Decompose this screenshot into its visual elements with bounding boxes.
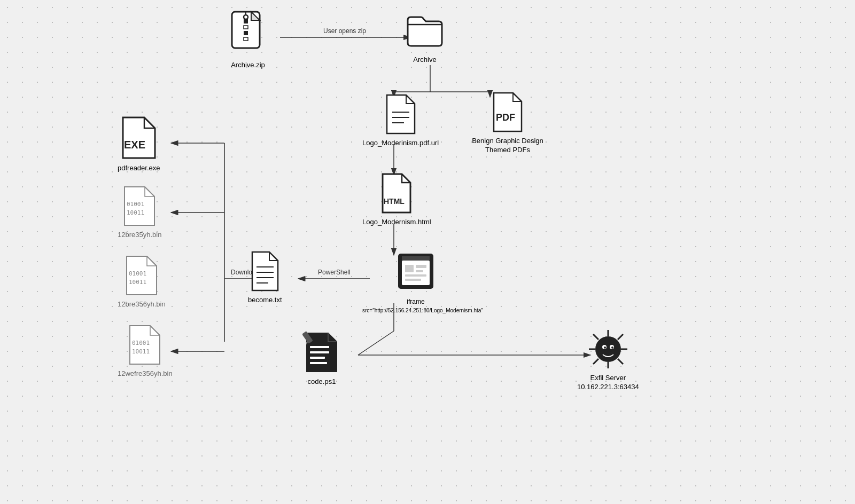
node-code-ps1: code.ps1 bbox=[302, 329, 341, 387]
label-bin3: 12wefre356yh.bin bbox=[118, 369, 173, 379]
svg-rect-53 bbox=[310, 362, 327, 364]
node-benign-pdfs: PDF Benign Graphic Design Themed PDFs bbox=[465, 91, 550, 155]
label-exfil-server: Exfil Server10.162.221.3:63434 bbox=[577, 374, 639, 392]
label-logo-html: Logo_Modernism.html bbox=[362, 218, 431, 227]
svg-rect-23 bbox=[244, 37, 248, 41]
label-code-ps1: code.ps1 bbox=[308, 377, 336, 387]
svg-text:HTML: HTML bbox=[384, 197, 405, 206]
node-iframe: iframesrc="http://52.156.24.251:80/Logo_… bbox=[362, 252, 469, 314]
svg-line-63 bbox=[618, 334, 623, 340]
svg-rect-32 bbox=[402, 261, 430, 285]
svg-rect-34 bbox=[405, 265, 414, 272]
svg-point-56 bbox=[595, 336, 621, 362]
label-powershell: PowerShell bbox=[318, 269, 351, 276]
svg-rect-51 bbox=[310, 351, 329, 353]
svg-rect-36 bbox=[416, 270, 423, 272]
svg-text:01001: 01001 bbox=[132, 340, 150, 346]
svg-text:01001: 01001 bbox=[129, 270, 146, 277]
svg-line-18 bbox=[358, 331, 394, 355]
node-bin1: 01001 10011 12bre35yh.bin bbox=[118, 185, 161, 240]
node-logo-pdf-url: Logo_Moderinism.pdf.url bbox=[362, 93, 439, 148]
label-iframe: iframesrc="http://52.156.24.251:80/Logo_… bbox=[362, 298, 469, 314]
svg-rect-52 bbox=[310, 357, 325, 359]
label-become-txt: become.txt bbox=[248, 296, 282, 305]
node-logo-html: HTML Logo_Modernism.html bbox=[362, 172, 431, 227]
label-user-opens-zip: User opens zip bbox=[323, 27, 366, 35]
label-archive: Archive bbox=[413, 56, 436, 65]
node-become-txt: become.txt bbox=[248, 250, 282, 305]
svg-rect-21 bbox=[244, 26, 248, 29]
svg-rect-33 bbox=[402, 256, 430, 261]
label-benign-pdfs: Benign Graphic Design Themed PDFs bbox=[465, 137, 550, 155]
node-archive-zip: Archive.zip bbox=[230, 10, 266, 70]
node-exfil-server: Exfil Server10.162.221.3:63434 bbox=[577, 328, 639, 392]
label-logo-pdf-url: Logo_Moderinism.pdf.url bbox=[362, 139, 439, 148]
label-bin2: 12bre356yh.bin bbox=[118, 300, 166, 309]
node-bin2: 01001 10011 12bre356yh.bin bbox=[118, 254, 166, 309]
label-bin1: 12bre35yh.bin bbox=[118, 231, 161, 240]
svg-rect-37 bbox=[405, 274, 426, 277]
svg-line-64 bbox=[593, 359, 598, 364]
svg-text:10011: 10011 bbox=[127, 209, 144, 216]
label-pdfreader-exe: pdfreader.exe bbox=[118, 164, 160, 173]
svg-line-62 bbox=[618, 359, 623, 364]
svg-line-61 bbox=[593, 334, 598, 340]
svg-rect-22 bbox=[244, 31, 248, 35]
svg-text:01001: 01001 bbox=[127, 201, 144, 208]
svg-rect-38 bbox=[405, 279, 421, 281]
svg-point-67 bbox=[604, 346, 606, 349]
svg-text:10011: 10011 bbox=[132, 348, 150, 355]
svg-point-68 bbox=[611, 346, 613, 349]
svg-text:10011: 10011 bbox=[129, 279, 146, 286]
node-pdfreader-exe: EXE pdfreader.exe bbox=[118, 115, 160, 173]
svg-rect-35 bbox=[416, 265, 426, 268]
label-archive-zip: Archive.zip bbox=[231, 61, 265, 70]
svg-text:PDF: PDF bbox=[496, 112, 515, 123]
svg-rect-50 bbox=[310, 346, 329, 348]
node-bin3: 01001 10011 12wefre356yh.bin bbox=[118, 324, 173, 379]
node-archive: Archive bbox=[403, 10, 446, 65]
svg-text:EXE: EXE bbox=[124, 139, 145, 151]
